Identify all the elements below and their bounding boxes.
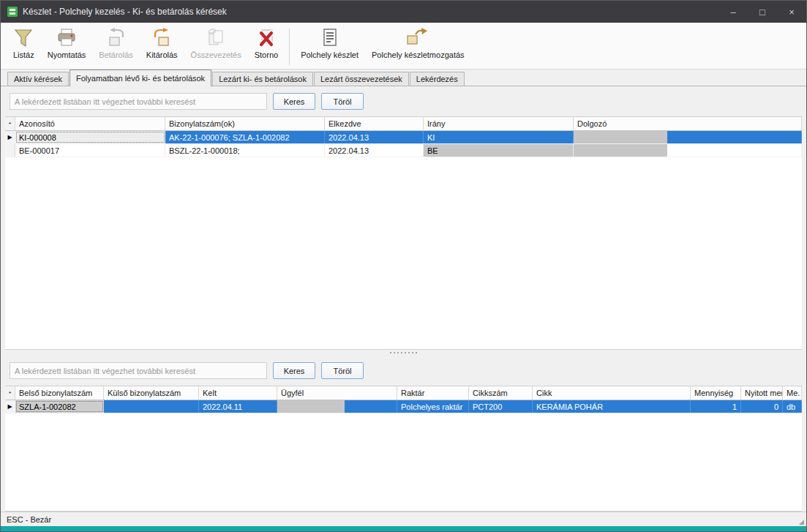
column-header-azonosito[interactable]: Azonosító xyxy=(15,117,165,130)
cell-cikk[interactable]: KERÁMIA POHÁR xyxy=(533,400,691,413)
table-row[interactable]: ▶ SZLA-1-002082 2022.04.11 Polchelyes ra… xyxy=(5,400,802,413)
tabstrip: Aktív kérések Folyamatban lévő ki- és be… xyxy=(1,70,806,86)
column-header-cikk[interactable]: Cikk xyxy=(533,386,691,400)
close-button[interactable]: × xyxy=(777,1,806,23)
maximize-button[interactable]: □ xyxy=(748,1,777,23)
column-header-bizonylatszamok[interactable]: Bizonylatszám(ok) xyxy=(165,117,325,130)
grid-empty-area xyxy=(5,157,802,349)
column-header-nyitott-mennyiseg[interactable]: Nyitott men xyxy=(741,386,783,400)
column-header-ugyfel[interactable]: Ügyfél xyxy=(277,386,397,400)
lower-grid: * Belső bizonylatszám Külső bizonylatszá… xyxy=(5,386,802,512)
box-out-icon xyxy=(151,27,172,49)
stock-move-icon xyxy=(405,27,430,49)
upper-grid-header: * Azonosító Bizonylatszám(ok) Elkezdve I… xyxy=(5,117,802,131)
statusbar: ESC - Bezár ◢ xyxy=(1,512,806,526)
tab-lezart-osszevezetesek[interactable]: Lezárt összevezetések xyxy=(314,72,409,86)
stock-list-icon xyxy=(320,27,340,49)
toolbar-button-label: Polchely készlet xyxy=(301,50,359,59)
table-row[interactable]: BE-000017 BSZL-22-1-000018; 2022.04.13 B… xyxy=(5,144,802,157)
box-in-icon xyxy=(106,27,127,49)
toolbar-button-label: Listáz xyxy=(13,50,34,59)
lower-torol-button[interactable]: Töröl xyxy=(321,362,364,379)
column-header-kulso-bizonylatszam[interactable]: Külső bizonylatszám xyxy=(104,386,199,400)
window-title: Készlet - Polchely kezelés - Ki- és betá… xyxy=(23,7,227,17)
lower-search-row: Keres Töröl xyxy=(5,356,802,386)
toolbar-button-label: Storno xyxy=(255,50,278,59)
cell-bizonylatszamok[interactable]: BSZL-22-1-000018; xyxy=(165,144,325,157)
cell-ugyfel[interactable] xyxy=(277,400,397,413)
toolbar: Listáz Nyomtatás Betárolás Kitárolás Öss… xyxy=(1,23,806,70)
splitter-handle[interactable] xyxy=(5,350,802,356)
table-row[interactable]: ▶ KI-000008 AK-22-1-000076; SZLA-1-00208… xyxy=(5,131,802,144)
tab-lekerdezes[interactable]: Lekérdezés xyxy=(410,72,465,86)
app-window: Készlet - Polchely kezelés - Ki- és betá… xyxy=(0,0,807,532)
minimize-button[interactable]: – xyxy=(718,1,748,23)
cell-irany[interactable]: BE xyxy=(424,144,574,157)
toolbar-button-label: Összevezetés xyxy=(191,50,241,59)
cancel-x-icon xyxy=(256,27,277,49)
toolbar-kitarolas-button[interactable]: Kitárolás xyxy=(140,25,184,69)
column-header-cikkszam[interactable]: Cikkszám xyxy=(469,386,533,400)
window-controls: – □ × xyxy=(718,1,806,23)
cell-bizonylatszamok[interactable]: AK-22-1-000076; SZLA-1-002082 xyxy=(165,131,325,143)
redacted-text xyxy=(574,131,667,143)
current-row-arrow-icon: ▶ xyxy=(5,131,15,143)
cell-dolgozo[interactable] xyxy=(574,144,802,157)
redacted-text xyxy=(277,400,345,413)
toolbar-polchely-keszlet-button[interactable]: Polchely készlet xyxy=(294,25,365,69)
upper-search-row: Keres Töröl xyxy=(5,86,802,116)
upper-torol-button[interactable]: Töröl xyxy=(321,93,364,110)
content-area: Keres Töröl * Azonosító Bizonylatszám(ok… xyxy=(1,86,806,512)
toolbar-betarolas-button: Betárolás xyxy=(92,25,139,69)
toolbar-button-label: Nyomtatás xyxy=(48,50,86,59)
status-text: ESC - Bezár xyxy=(7,515,51,524)
tab-aktiv-keresek[interactable]: Aktív kérések xyxy=(7,72,69,86)
cell-irany[interactable]: KI xyxy=(424,131,574,143)
column-header-belso-bizonylatszam[interactable]: Belső bizonylatszám xyxy=(15,386,104,400)
toolbar-separator xyxy=(289,29,290,65)
column-header-elkezdve[interactable]: Elkezdve xyxy=(325,117,424,130)
lower-keres-button[interactable]: Keres xyxy=(273,362,315,379)
tab-folyamatban-levo-ki-es-betarolasok[interactable]: Folyamatban lévő ki- és betárolások xyxy=(70,70,211,86)
upper-grid: * Azonosító Bizonylatszám(ok) Elkezdve I… xyxy=(5,116,802,350)
cell-mennyiseg[interactable]: 1 xyxy=(691,400,741,413)
toolbar-nyomtatas-button[interactable]: Nyomtatás xyxy=(41,25,93,69)
toolbar-button-label: Polchely készletmozgatás xyxy=(372,50,465,59)
cell-elkezdve[interactable]: 2022.04.13 xyxy=(325,131,424,143)
upper-search-input[interactable] xyxy=(10,93,267,110)
cell-raktar[interactable]: Polchelyes raktár xyxy=(397,400,469,413)
merge-notes-icon xyxy=(206,27,226,49)
cell-nyitott-mennyiseg[interactable]: 0 xyxy=(741,400,783,413)
current-row-arrow-icon: ▶ xyxy=(5,400,15,413)
row-selector xyxy=(5,144,15,157)
column-header-irany[interactable]: Irány xyxy=(424,117,574,130)
selector-column-header: * xyxy=(5,117,15,130)
cell-me[interactable]: db xyxy=(783,400,802,413)
cell-belso-bizonylatszam[interactable]: SZLA-1-002082 xyxy=(15,400,104,413)
resize-grip[interactable]: ◢ xyxy=(799,518,804,526)
cell-elkezdve[interactable]: 2022.04.13 xyxy=(325,144,424,157)
toolbar-listaz-button[interactable]: Listáz xyxy=(7,25,41,69)
lower-search-input[interactable] xyxy=(10,362,267,379)
column-header-kelt[interactable]: Kelt xyxy=(199,386,277,400)
toolbar-storno-button[interactable]: Storno xyxy=(248,25,285,69)
toolbar-polchely-keszletmozgatas-button[interactable]: Polchely készletmozgatás xyxy=(365,25,471,69)
titlebar: Készlet - Polchely kezelés - Ki- és betá… xyxy=(1,1,806,23)
filter-funnel-icon xyxy=(13,27,34,49)
column-header-mennyiseg[interactable]: Mennyiség xyxy=(691,386,741,400)
redacted-text xyxy=(574,144,667,157)
window-bottom-edge xyxy=(1,526,806,531)
cell-azonosito[interactable]: KI-000008 xyxy=(15,131,165,143)
toolbar-button-label: Betárolás xyxy=(99,50,132,59)
cell-dolgozo[interactable] xyxy=(574,131,802,143)
selector-column-header: * xyxy=(5,386,15,400)
column-header-dolgozo[interactable]: Dolgozó xyxy=(574,117,802,130)
tab-lezart-ki-es-betarolasok[interactable]: Lezárt ki- és betárolások xyxy=(212,72,313,86)
cell-kelt[interactable]: 2022.04.11 xyxy=(199,400,277,413)
upper-keres-button[interactable]: Keres xyxy=(273,93,315,110)
column-header-raktar[interactable]: Raktár xyxy=(397,386,469,400)
cell-kulso-bizonylatszam[interactable] xyxy=(104,400,199,413)
cell-azonosito[interactable]: BE-000017 xyxy=(15,144,165,157)
column-header-me[interactable]: Me. xyxy=(783,386,802,400)
cell-cikkszam[interactable]: PCT200 xyxy=(469,400,533,413)
